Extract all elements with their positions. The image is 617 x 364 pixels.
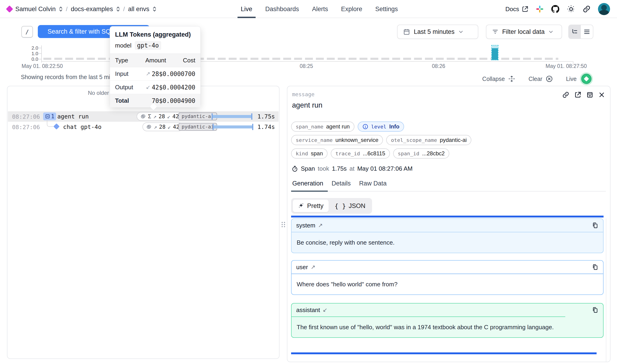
nav-tab-explore[interactable]: Explore [341, 0, 362, 18]
breadcrumb-separator: / [123, 6, 125, 13]
user-avatar[interactable] [598, 3, 610, 15]
env-switcher[interactable]: all envs [128, 6, 149, 13]
input-arrow-icon: ↗ [153, 113, 157, 119]
span-duration-line: Span took 1.75s at May 01 08:27:06 AM [291, 165, 413, 172]
output-arrow-icon: ↙ [167, 113, 170, 119]
brand-diamond-icon [6, 5, 13, 13]
direction-arrow-icon: ↗ [318, 222, 323, 229]
close-icon[interactable] [598, 91, 605, 98]
org-chevrons-icon[interactable] [59, 6, 63, 12]
child-count: 1 [51, 113, 54, 120]
model-value: gpt-4o [135, 41, 161, 50]
direction-arrow-icon: ↙ [323, 307, 328, 313]
coin-icon [140, 114, 146, 119]
otel-scope-badge[interactable]: otel_scope_namepydantic-ai [386, 135, 471, 145]
panel-resize-handle[interactable] [281, 219, 286, 230]
tab-details[interactable]: Details [332, 180, 351, 187]
kind-badge[interactable]: kindspan [291, 148, 328, 159]
list-view-toggle [568, 25, 593, 39]
json-toggle-button[interactable]: { } JSON [330, 200, 371, 212]
flat-view-button[interactable] [581, 25, 593, 39]
list-controls: Collapse Clear Live [482, 72, 593, 85]
live-label: Live [566, 76, 577, 82]
role-label: user [296, 264, 308, 271]
service-name-badge[interactable]: service_nameunknown_service [291, 135, 383, 145]
tab-generation[interactable]: Generation [292, 180, 323, 187]
llm-tokens-tooltip: LLM Tokens (aggregated) model gpt-4o Typ… [110, 26, 201, 107]
nav-tab-dashboards[interactable]: Dashboards [265, 0, 299, 18]
env-chevrons-icon[interactable] [153, 6, 156, 12]
trace-row-chat-gpt4o[interactable]: 08:27:06 chat gpt-4o ↗28 ↙42 pydantic-ai… [8, 122, 279, 132]
tab-raw-data[interactable]: Raw Data [359, 180, 387, 187]
copy-icon[interactable] [592, 222, 598, 229]
github-icon[interactable] [551, 5, 560, 13]
took-word-at: at [350, 165, 355, 172]
record-kind-label: message [292, 91, 315, 97]
tree-connector [47, 119, 53, 127]
span-title: agent run [292, 101, 322, 109]
span-name-badge[interactable]: span_nameagent run [291, 121, 354, 132]
tokens-row-input: Input ↗28 $0.0000700 [110, 67, 200, 81]
pretty-toggle-button[interactable]: Pretty [293, 200, 329, 212]
token-pill[interactable]: ↗28 ↙42 [143, 122, 183, 131]
filter-local-data-button[interactable]: Filter local data [486, 25, 562, 39]
message-card-assistant: assistant↙ The first known use of "hello… [291, 303, 604, 338]
clear-button[interactable]: Clear [528, 75, 553, 82]
tree-view-button[interactable] [569, 25, 581, 39]
trace-id-badge[interactable]: trace_id...6c8115 [331, 148, 390, 159]
took-duration: 1.75s [332, 165, 347, 172]
top-bar: Samuel Colvin / docs-examples / all envs… [0, 0, 617, 18]
tokens-table-header: Type Amount Cost [110, 54, 200, 67]
input-tokens: 28 [159, 113, 165, 119]
copy-icon[interactable] [592, 307, 598, 313]
calendar-icon [403, 28, 410, 35]
level-badge[interactable]: levelInfo [358, 121, 404, 132]
model-key: model [115, 42, 131, 49]
message-card-system: system↗ Be concise, reply with one sente… [291, 218, 604, 253]
span-id-badge[interactable]: span_id...28cbc2 [393, 148, 449, 159]
input-arrow-icon: ↗ [154, 124, 157, 130]
search-shortcut-key: / [21, 26, 33, 38]
dock-panel-icon[interactable] [586, 91, 593, 98]
output-arrow-icon: ↙ [146, 84, 150, 91]
direction-arrow-icon: ↗ [311, 264, 315, 270]
copy-icon[interactable] [592, 264, 598, 270]
time-range-label: Last 5 minutes [414, 28, 455, 36]
chart-selected-bar[interactable] [492, 45, 498, 60]
nav-tab-settings[interactable]: Settings [375, 0, 398, 18]
trace-list-panel: No older 08:27:06 1 agent run Σ ↗28 ↙42 … [7, 86, 279, 359]
collapse-button[interactable]: Collapse [482, 75, 515, 82]
token-pill[interactable]: Σ ↗28 ↙42 [137, 112, 183, 121]
theme-toggle-icon[interactable] [567, 5, 575, 13]
nav-tab-alerts[interactable]: Alerts [312, 0, 328, 18]
span-time: 08:27:06 [12, 113, 40, 120]
duration-bar [211, 115, 252, 118]
share-link-icon[interactable] [583, 5, 591, 13]
y-tick-1: 1.0 [24, 51, 38, 56]
copy-link-icon[interactable] [562, 91, 569, 98]
collapse-children-badge[interactable]: 1 [43, 112, 56, 120]
slack-icon[interactable] [536, 5, 544, 13]
x-tick-0826: 08:26 [432, 63, 445, 69]
open-external-icon[interactable] [574, 91, 581, 98]
input-arrow-icon: ↗ [146, 71, 150, 77]
live-toggle[interactable]: Live [566, 72, 593, 85]
tooltip-title: LLM Tokens (aggregated) [110, 26, 200, 40]
clear-circle-x-icon [546, 75, 553, 82]
scrollbar-track[interactable] [606, 218, 606, 362]
scope-tag[interactable]: pydantic-ai [178, 123, 217, 131]
docs-link[interactable]: Docs [505, 6, 528, 13]
external-link-icon [522, 6, 528, 12]
nav-tab-live[interactable]: Live [241, 0, 252, 18]
org-switcher[interactable]: Samuel Colvin [15, 6, 56, 13]
duration-bar [212, 125, 253, 129]
span-name: chat gpt-4o [63, 124, 102, 130]
chevron-down-icon [458, 29, 463, 34]
scroll-shadow-bottom [291, 352, 597, 354]
project-switcher[interactable]: docs-examples [71, 6, 113, 13]
badge-row-1: span_nameagent run levelInfo [291, 121, 404, 132]
project-chevrons-icon[interactable] [116, 6, 120, 12]
output-tokens: 42 [172, 113, 179, 119]
x-label-end: May 01. 08:27:50 [546, 63, 587, 69]
time-range-button[interactable]: Last 5 minutes [397, 25, 478, 39]
